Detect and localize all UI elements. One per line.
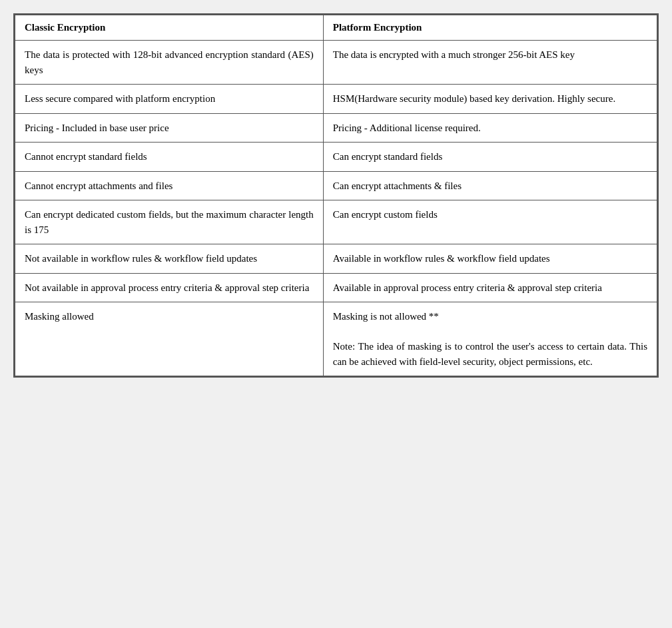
comparison-table-wrapper: Classic Encryption Platform Encryption T… <box>13 13 659 378</box>
cell-classic-0: The data is protected with 128-bit advan… <box>15 41 324 85</box>
table-header-row: Classic Encryption Platform Encryption <box>15 15 657 41</box>
cell-platform-8: Masking is not allowed **Note: The idea … <box>323 302 657 376</box>
table-row: The data is protected with 128-bit advan… <box>15 41 657 85</box>
cell-classic-3: Cannot encrypt standard fields <box>15 143 324 172</box>
cell-platform-7: Available in approval process entry crit… <box>323 273 657 302</box>
table-row: Less secure compared with platform encry… <box>15 85 657 114</box>
cell-platform-4: Can encrypt attachments & files <box>323 171 657 200</box>
cell-classic-5: Can encrypt dedicated custom fields, but… <box>15 200 324 244</box>
header-platform-encryption: Platform Encryption <box>323 15 657 41</box>
cell-classic-4: Cannot encrypt attachments and files <box>15 171 324 200</box>
table-row: Not available in workflow rules & workfl… <box>15 244 657 274</box>
cell-classic-8: Masking allowed <box>15 302 324 376</box>
table-body: The data is protected with 128-bit advan… <box>15 41 657 376</box>
comparison-table: Classic Encryption Platform Encryption T… <box>15 15 657 376</box>
table-row: Not available in approval process entry … <box>15 273 657 302</box>
cell-platform-5: Can encrypt custom fields <box>323 200 657 244</box>
cell-platform-2: Pricing - Additional license required. <box>323 113 657 143</box>
table-row: Cannot encrypt attachments and filesCan … <box>15 171 657 200</box>
cell-classic-6: Not available in workflow rules & workfl… <box>15 244 324 274</box>
table-row: Pricing - Included in base user pricePri… <box>15 113 657 143</box>
cell-classic-7: Not available in approval process entry … <box>15 273 324 302</box>
table-row: Masking allowedMasking is not allowed **… <box>15 302 657 376</box>
cell-platform-0: The data is encrypted with a much strong… <box>323 41 657 85</box>
cell-classic-2: Pricing - Included in base user price <box>15 113 324 143</box>
cell-classic-1: Less secure compared with platform encry… <box>15 85 324 114</box>
cell-platform-3: Can encrypt standard fields <box>323 143 657 172</box>
cell-platform-1: HSM(Hardware security module) based key … <box>323 85 657 114</box>
header-classic-encryption: Classic Encryption <box>15 15 324 41</box>
table-row: Cannot encrypt standard fieldsCan encryp… <box>15 143 657 172</box>
table-row: Can encrypt dedicated custom fields, but… <box>15 200 657 244</box>
cell-platform-6: Available in workflow rules & workflow f… <box>323 244 657 274</box>
